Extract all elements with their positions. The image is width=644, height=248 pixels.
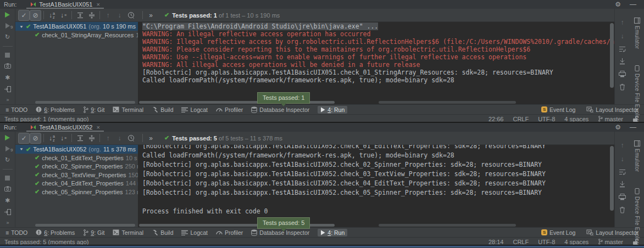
stop-button[interactable] [4, 52, 12, 58]
status-message[interactable]: Tests passed: 5 (moments ago) [4, 239, 88, 245]
rerun-button[interactable] [4, 134, 12, 140]
toolbar-overflow-icon[interactable]: » [6, 97, 8, 103]
chevron-down-icon[interactable]: ▼ [19, 24, 24, 28]
test-tree-root-row[interactable]: ▼ ✔ TestA1BasicUIX051 (org.aplas.basica … [15, 22, 138, 31]
tool-stripe-device-file-explorer[interactable]: Device File Explorer [634, 188, 640, 246]
caret-position[interactable]: 28:14 [488, 239, 504, 245]
dump-threads-icon[interactable] [4, 186, 12, 192]
git-branch-widget[interactable]: master [598, 239, 623, 245]
toolwindow-build[interactable]: Build [152, 229, 173, 236]
tree-horizontal-scrollbar[interactable] [15, 100, 138, 104]
toolwindow-database-inspector[interactable]: Database Inspector [251, 106, 309, 113]
lock-icon[interactable] [632, 239, 639, 245]
toolwindow-terminal[interactable]: Terminal [113, 106, 143, 113]
expand-all-icon[interactable] [74, 133, 86, 144]
test-tree-row[interactable]: ✔ check_02_Spinner_Properties 250 ms [15, 162, 138, 171]
toolwindow-terminal[interactable]: Terminal [113, 229, 143, 236]
toolwindow-profiler[interactable]: Profiler [216, 229, 243, 236]
toolwindow-problems[interactable]: 6: Problems [36, 229, 75, 236]
stop-button[interactable] [4, 175, 12, 181]
expand-all-icon[interactable] [74, 10, 86, 21]
indent-setting[interactable]: 4 spaces [564, 239, 589, 245]
scroll-up-icon[interactable]: ↑ [621, 19, 624, 26]
print-icon[interactable] [619, 194, 626, 200]
next-failed-test-icon[interactable]: ↓ [114, 10, 125, 21]
show-ignored-toggle[interactable]: ⊘ [30, 10, 41, 21]
tool-stripe-emulator[interactable]: Emulator [634, 140, 640, 172]
scroll-down-icon[interactable]: ↓ [621, 32, 624, 40]
chevron-down-icon[interactable]: ▼ [19, 147, 24, 151]
indent-setting[interactable]: 4 spaces [564, 116, 589, 122]
layout-inspector-button[interactable]: Layout Inspector [586, 229, 639, 236]
test-tree[interactable]: ▼ ✔ TestA1BasicUIX051 (org.aplas.basica … [15, 22, 138, 100]
scroll-up-icon[interactable]: ↑ [621, 142, 624, 149]
test-tree-row[interactable]: ✔ check_03_TextView_Properties 150 ms [15, 171, 138, 179]
run-console-output[interactable]: "C:\Program Files\Android\Android Studio… [138, 22, 614, 100]
print-icon[interactable] [619, 71, 626, 77]
toolwindow-todo[interactable]: ≡TODO [5, 106, 27, 113]
clear-console-icon[interactable] [619, 83, 625, 91]
test-tree-row[interactable]: ✔ check_05_Spinner_Properties 123 ms [15, 188, 138, 196]
clear-console-icon[interactable] [619, 206, 625, 213]
minimize-icon[interactable]: — [630, 123, 636, 131]
show-passed-toggle[interactable]: ✓ [18, 10, 30, 21]
more-actions-icon[interactable]: » [145, 10, 157, 21]
previous-failed-test-icon[interactable]: ↑ [102, 133, 114, 144]
line-separator[interactable]: CRLF [513, 239, 529, 245]
sort-by-duration-icon[interactable]: ↓≡ [58, 133, 69, 144]
caret-position[interactable]: 22:66 [488, 116, 504, 122]
toolwindow-todo[interactable]: ≡TODO [5, 229, 27, 236]
soft-wrap-icon[interactable] [619, 169, 626, 175]
scroll-to-end-icon[interactable] [619, 58, 625, 65]
next-failed-test-icon[interactable]: ↓ [114, 133, 125, 144]
minimize-icon[interactable]: — [630, 1, 636, 8]
toolwindow-run[interactable]: 4: Run [318, 229, 347, 236]
layout-inspector-button[interactable]: Layout Inspector [586, 106, 639, 113]
rerun-failed-tests-button[interactable]: 9 [4, 145, 12, 151]
rerun-failed-tests-button[interactable]: 9 [4, 22, 12, 29]
event-log-button[interactable]: SEvent Log [541, 229, 575, 236]
collapse-all-icon[interactable] [86, 133, 97, 144]
previous-failed-test-icon[interactable]: ↑ [102, 10, 114, 21]
close-icon[interactable]: × [96, 124, 99, 131]
scroll-to-end-icon[interactable] [619, 181, 625, 188]
navigate-to-test-icon[interactable] [4, 209, 12, 215]
test-settings-icon[interactable]: ✱ [4, 74, 12, 81]
toolwindow-logcat[interactable]: Logcat [181, 229, 208, 236]
test-tree-root-row[interactable]: ▼ ✔ TestA1BasicUIX052 (org.aplas.basica … [15, 145, 138, 154]
tool-stripe-device-file-explorer[interactable]: Device File Explorer [634, 65, 640, 123]
gear-icon[interactable]: ⚙ [615, 123, 621, 131]
file-encoding[interactable]: UTF-8 [538, 239, 555, 245]
tree-horizontal-scrollbar[interactable] [15, 223, 138, 227]
tool-stripe-emulator[interactable]: Emulator [634, 18, 640, 49]
test-settings-icon[interactable]: ✱ [4, 197, 12, 204]
toolwindow-logcat[interactable]: Logcat [181, 106, 208, 113]
console-vertical-scrollbar[interactable] [609, 22, 614, 100]
file-encoding[interactable]: UTF-8 [538, 116, 555, 122]
more-actions-icon[interactable]: » [145, 133, 157, 144]
console-horizontal-scrollbar[interactable] [138, 223, 614, 227]
soft-wrap-icon[interactable] [619, 46, 626, 52]
toolbar-overflow-icon[interactable]: » [6, 220, 8, 226]
sort-alphabetically-icon[interactable]: ↓az [46, 10, 58, 21]
git-branch-widget[interactable]: master [598, 116, 623, 122]
sort-by-duration-icon[interactable]: ↓≡ [58, 10, 69, 21]
status-message[interactable]: Tests passed: 1 (moments ago) [4, 116, 88, 122]
event-log-button[interactable]: SEvent Log [541, 106, 575, 113]
toggle-auto-test-icon[interactable]: ↻ [4, 156, 12, 164]
run-config-tab[interactable]: TestA1BasicUIX051 × [26, 0, 104, 9]
console-vertical-scrollbar[interactable] [609, 145, 614, 223]
show-passed-toggle[interactable]: ✓ [18, 133, 30, 144]
lock-icon[interactable] [632, 116, 639, 122]
toggle-auto-test-icon[interactable]: ↻ [4, 33, 12, 41]
navigate-to-test-icon[interactable] [4, 86, 12, 92]
run-console-output[interactable]: [Robolectric] org.aplas.basicappx.TestA1… [138, 145, 614, 223]
toolwindow-profiler[interactable]: Profiler [216, 106, 243, 113]
close-icon[interactable]: × [96, 1, 99, 8]
test-tree-row[interactable]: ✔ check_01_EditText_Properties 10 s 711 … [15, 154, 138, 162]
toolwindow-problems[interactable]: 6: Problems [36, 106, 75, 113]
toolwindow-git[interactable]: 9: Git [83, 106, 104, 113]
test-tree-row[interactable]: ✔ check_04_EditText_Properties 144 ms [15, 179, 138, 188]
dump-threads-icon[interactable] [4, 63, 12, 69]
line-separator[interactable]: CRLF [513, 116, 529, 122]
